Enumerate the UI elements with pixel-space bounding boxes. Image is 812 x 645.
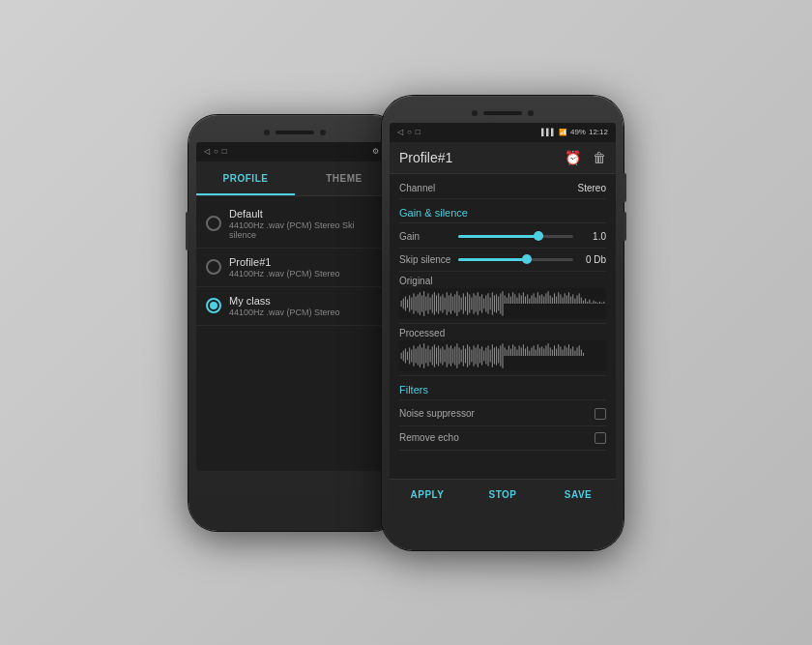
gain-label: Gain: [399, 231, 452, 242]
gain-track[interactable]: [458, 235, 573, 238]
speaker-right: [483, 111, 522, 115]
noise-checkbox[interactable]: [594, 408, 606, 420]
gain-slider-row: Gain 1.0: [399, 225, 606, 249]
list-item[interactable]: Profile#1 44100Hz .wav (PCM) Stereo: [196, 249, 393, 287]
phone-right-screen: ◁ ○ □ ▌▌▌ 📶 49% 12:12 Profile#1 ⏰ 🗑: [390, 123, 616, 510]
delete-icon[interactable]: 🗑: [593, 150, 606, 165]
recents-icon-right: □: [416, 128, 420, 136]
power-btn[interactable]: [186, 212, 188, 250]
gain-fill: [458, 235, 538, 238]
home-icon: ○: [214, 147, 218, 156]
profile-name: Default: [229, 208, 384, 220]
profile-name: My class: [229, 295, 384, 307]
stop-button[interactable]: STOP: [465, 480, 540, 510]
profile-name: Profile#1: [229, 256, 384, 268]
radio-default[interactable]: [206, 216, 221, 231]
detail-content: Channel Stereo Gain & silence Gain 1.0: [390, 174, 616, 503]
processed-label: Processed: [399, 328, 606, 338]
battery-percent: 49%: [570, 128, 586, 136]
skip-fill: [458, 258, 527, 261]
phone-right: ◁ ○ □ ▌▌▌ 📶 49% 12:12 Profile#1 ⏰ 🗑: [382, 96, 624, 550]
remove-echo-row: Remove echo: [399, 426, 606, 451]
speaker: [276, 131, 314, 134]
noise-label: Noise suppressor: [399, 408, 475, 419]
time-display: 12:12: [589, 128, 608, 136]
wifi-icon: 📶: [559, 129, 567, 136]
phone-bottom-bar: [188, 471, 401, 498]
profile-desc: 44100Hz .wav (PCM) Stereo: [229, 308, 384, 317]
processed-waveform: [399, 340, 606, 371]
gain-value: 1.0: [579, 231, 606, 242]
notification-icon: ⚙: [372, 147, 379, 156]
echo-checkbox[interactable]: [594, 432, 606, 444]
phone-left: ◁ ○ □ ⚙ ▮ PROFILE THEME Defau: [188, 115, 401, 531]
processed-waveform-section: Processed: [399, 324, 606, 376]
detail-header: Profile#1 ⏰ 🗑: [390, 142, 616, 174]
noise-suppressor-row: Noise suppressor: [399, 402, 606, 426]
skip-label: Skip silence: [399, 254, 452, 265]
status-bar-left: ◁ ○ □ ⚙ ▮: [196, 142, 393, 161]
status-bar-right: ◁ ○ □ ▌▌▌ 📶 49% 12:12: [390, 123, 616, 142]
tab-profile[interactable]: PROFILE: [196, 161, 295, 195]
history-icon[interactable]: ⏰: [565, 150, 581, 165]
profile-info-1: Profile#1 44100Hz .wav (PCM) Stereo: [229, 256, 384, 279]
skip-slider-row: Skip silence 0 Db: [399, 249, 606, 272]
skip-value: 0 Db: [579, 254, 606, 265]
skip-thumb[interactable]: [522, 254, 532, 264]
list-item[interactable]: Default 44100Hz .wav (PCM) Stereo Ski si…: [196, 200, 393, 249]
tab-bar: PROFILE THEME: [196, 161, 393, 196]
gain-thumb[interactable]: [534, 231, 543, 241]
list-item[interactable]: My class 44100Hz .wav (PCM) Stereo: [196, 287, 393, 326]
profile-list: Default 44100Hz .wav (PCM) Stereo Ski si…: [196, 196, 393, 330]
phone-top-bar-right: [382, 96, 624, 123]
skip-track[interactable]: [458, 258, 573, 261]
status-right-right: ▌▌▌ 📶 49% 12:12: [541, 128, 608, 136]
status-left-icons: ◁ ○ □: [204, 147, 227, 156]
original-waveform: [399, 288, 606, 319]
volume-down-btn-right[interactable]: [624, 212, 626, 241]
front-sensor: [320, 130, 326, 135]
phone-bottom-bar-right: [382, 510, 624, 537]
profile-desc: 44100Hz .wav (PCM) Stereo: [229, 269, 384, 279]
sensor-right: [528, 110, 534, 116]
phone-left-screen: ◁ ○ □ ⚙ ▮ PROFILE THEME Defau: [196, 142, 393, 471]
volume-up-btn-right[interactable]: [624, 173, 626, 202]
original-label: Original: [399, 276, 606, 286]
header-icons: ⏰ 🗑: [565, 150, 606, 165]
apply-button[interactable]: APPLY: [390, 480, 465, 510]
channel-value: Stereo: [578, 183, 606, 193]
bottom-buttons: APPLY STOP SAVE: [390, 479, 616, 510]
radio-profile1[interactable]: [206, 259, 221, 275]
tab-theme[interactable]: THEME: [295, 161, 393, 195]
scene: ◁ ○ □ ⚙ ▮ PROFILE THEME Defau: [0, 0, 812, 645]
radio-selected-indicator: [210, 302, 218, 309]
back-icon-right: ◁: [397, 128, 403, 136]
status-left-right: ◁ ○ □: [397, 128, 420, 136]
profile-info-default: Default 44100Hz .wav (PCM) Stereo Ski si…: [229, 208, 384, 240]
camera-dot: [264, 130, 270, 135]
channel-label: Channel: [399, 183, 435, 193]
signal-icon: ▌▌▌: [541, 129, 556, 135]
original-waveform-section: Original: [399, 272, 606, 324]
echo-label: Remove echo: [399, 432, 459, 443]
home-icon-right: ○: [407, 128, 412, 136]
channel-row: Channel Stereo: [399, 178, 606, 199]
phone-top-bar: [188, 115, 401, 142]
profile-info-myclass: My class 44100Hz .wav (PCM) Stereo: [229, 295, 384, 317]
radio-myclass[interactable]: [206, 298, 221, 313]
filters-section-title: Filters: [399, 376, 606, 400]
profile-desc: 44100Hz .wav (PCM) Stereo Ski silence: [229, 220, 384, 240]
gain-section-title: Gain & silence: [399, 199, 606, 223]
detail-title: Profile#1: [399, 150, 452, 165]
camera-dot-right: [472, 110, 478, 116]
save-button[interactable]: SAVE: [540, 480, 616, 510]
back-icon: ◁: [204, 147, 210, 156]
recents-icon: □: [222, 147, 227, 156]
